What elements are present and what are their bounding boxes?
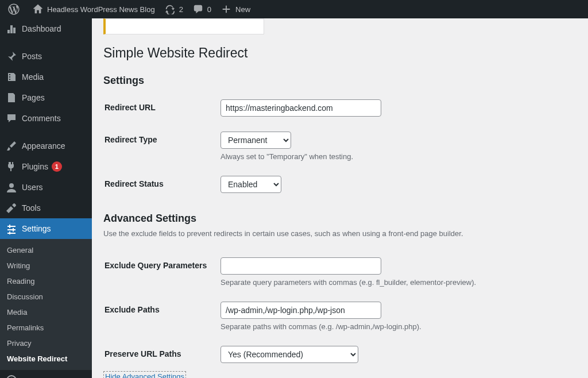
advanced-heading: Advanced Settings	[103, 213, 577, 225]
sidebar-item-label: Users	[22, 183, 43, 192]
sidebar-item-dashboard[interactable]: Dashboard	[0, 18, 92, 39]
collapse-icon	[6, 375, 17, 378]
preserve-paths-label: Preserve URL Paths	[105, 339, 219, 370]
sidebar-item-label: Media	[22, 72, 44, 82]
submenu-media[interactable]: Media	[0, 304, 92, 320]
sidebar-item-comments[interactable]: Comments	[0, 108, 92, 129]
sidebar-item-appearance[interactable]: Appearance	[0, 136, 92, 156]
sidebar-item-settings[interactable]: Settings	[0, 218, 92, 239]
redirect-type-select[interactable]: Permanent	[220, 132, 291, 149]
updates-count: 2	[179, 5, 183, 14]
new-content-link[interactable]: New	[216, 0, 255, 18]
sidebar-item-label: Dashboard	[22, 24, 61, 33]
exclude-query-label: Exclude Query Parameters	[105, 250, 219, 294]
comment-icon	[192, 3, 204, 15]
redirect-url-label: Redirect URL	[105, 92, 219, 124]
submenu-discussion[interactable]: Discussion	[0, 289, 92, 304]
admin-sidebar: Dashboard Posts Media Pages Comments App…	[0, 18, 92, 378]
submenu-writing[interactable]: Writing	[0, 258, 92, 273]
redirect-status-label: Redirect Status	[105, 169, 219, 200]
site-name: Headless WordPress News Blog	[47, 5, 155, 14]
preserve-paths-select[interactable]: Yes (Recommended)	[220, 346, 358, 363]
comments-link[interactable]: 0	[188, 0, 216, 18]
plug-icon	[6, 161, 17, 172]
sidebar-item-label: Tools	[22, 203, 41, 213]
redirect-type-label: Redirect Type	[105, 125, 219, 168]
admin-notice	[103, 18, 264, 34]
redirect-status-select[interactable]: Enabled	[220, 176, 281, 193]
page-icon	[6, 92, 17, 103]
user-icon	[6, 182, 17, 193]
collapse-label: Collapse menu	[22, 376, 72, 379]
wp-logo-menu[interactable]	[3, 0, 28, 18]
new-label: New	[235, 5, 250, 14]
hide-advanced-toggle[interactable]: Hide Advanced Settings	[103, 371, 186, 378]
submenu-privacy[interactable]: Privacy	[0, 335, 92, 351]
site-name-link[interactable]: Headless WordPress News Blog	[28, 0, 160, 18]
sidebar-item-tools[interactable]: Tools	[0, 198, 92, 218]
refresh-icon	[164, 3, 176, 15]
settings-heading: Settings	[103, 75, 577, 87]
settings-form-table: Redirect URL Redirect Type Permanent Alw…	[103, 91, 577, 201]
admin-bar: Headless WordPress News Blog 2 0 New	[0, 0, 588, 18]
advanced-description: Use the exclude fields to prevent redire…	[103, 229, 577, 238]
sidebar-item-pages[interactable]: Pages	[0, 87, 92, 108]
redirect-type-note: Always set to "Temporary" when testing.	[220, 152, 570, 161]
submenu-general[interactable]: General	[0, 242, 92, 258]
advanced-form-table: Exclude Query Parameters Separate query …	[103, 249, 577, 371]
sidebar-item-label: Plugins	[22, 162, 48, 171]
sidebar-item-label: Posts	[22, 52, 42, 61]
sidebar-item-label: Settings	[22, 224, 51, 233]
wrench-icon	[6, 202, 17, 214]
wordpress-icon	[8, 3, 20, 15]
plus-icon	[220, 3, 232, 15]
exclude-paths-note: Separate paths with commas (e.g. /wp-adm…	[220, 322, 570, 331]
submenu-website-redirect[interactable]: Website Redirect	[0, 351, 92, 367]
svg-point-0	[9, 183, 14, 188]
sidebar-item-plugins[interactable]: Plugins 1	[0, 156, 92, 177]
exclude-query-note: Separate query parameters with commas (e…	[220, 278, 570, 287]
pin-icon	[6, 51, 17, 62]
submenu-permalinks[interactable]: Permalinks	[0, 320, 92, 335]
comments-count: 0	[207, 5, 211, 14]
dashboard-icon	[6, 23, 17, 34]
brush-icon	[6, 140, 17, 152]
sidebar-item-media[interactable]: Media	[0, 67, 92, 87]
main-content: Simple Website Redirect Settings Redirec…	[92, 18, 588, 378]
exclude-paths-label: Exclude Paths	[105, 295, 219, 338]
submenu-reading[interactable]: Reading	[0, 273, 92, 289]
sidebar-item-label: Comments	[22, 114, 61, 123]
home-icon	[32, 3, 44, 15]
sliders-icon	[6, 223, 17, 234]
plugins-badge: 1	[52, 161, 62, 172]
sidebar-item-label: Pages	[22, 93, 45, 102]
exclude-query-input[interactable]	[220, 257, 381, 275]
updates-link[interactable]: 2	[160, 0, 188, 18]
collapse-menu[interactable]: Collapse menu	[0, 370, 92, 378]
exclude-paths-input[interactable]	[220, 302, 381, 319]
svg-point-1	[7, 376, 16, 378]
redirect-url-input[interactable]	[220, 99, 381, 117]
settings-submenu: General Writing Reading Discussion Media…	[0, 239, 92, 370]
media-icon	[6, 71, 17, 83]
sidebar-item-posts[interactable]: Posts	[0, 46, 92, 67]
page-title: Simple Website Redirect	[103, 40, 577, 63]
comment-icon	[6, 113, 17, 124]
sidebar-item-users[interactable]: Users	[0, 177, 92, 198]
sidebar-item-label: Appearance	[22, 141, 65, 151]
